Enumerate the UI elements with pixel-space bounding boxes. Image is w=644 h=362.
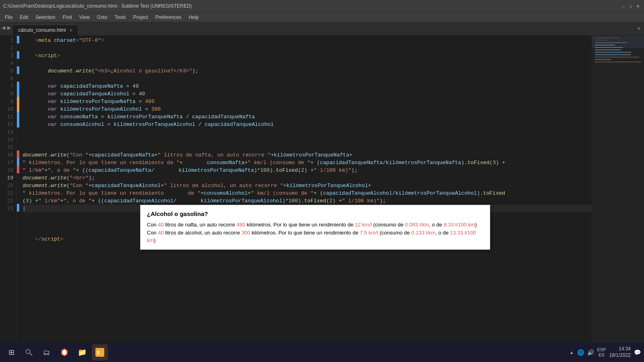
title-bar-left: C:\Users\Fran\Desktop\Lógica\cálculo_con…	[3, 3, 192, 9]
code-line-3: <script>	[23, 52, 592, 60]
line-num-16: 16	[0, 151, 13, 159]
search-icon	[25, 348, 33, 356]
line-num-8: 8	[0, 90, 13, 98]
line-num-3: 3	[0, 52, 13, 60]
taskbar-filemanager[interactable]: 📁	[74, 344, 90, 360]
tab-bar: ◀ ▶ cálculo_consumo.html ✕ +	[0, 22, 644, 36]
preview-line-2: Con 40 litros de alcohol, un auto recorr…	[147, 229, 483, 245]
code-line-9: var kilómetrosPorTanqueNafta = 480	[23, 98, 592, 105]
menu-view[interactable]: View	[76, 14, 93, 21]
code-line-4	[23, 60, 592, 67]
taskbar-start[interactable]: ⊞	[3, 344, 19, 360]
taskbar-right: ▲ 🌐 🔊 ESPES 14:34 18/1/2022 💬	[570, 346, 641, 358]
close-button[interactable]: ✕	[635, 3, 641, 9]
taskbar-lang[interactable]: ESPES	[597, 347, 606, 358]
menu-edit[interactable]: Edit	[17, 14, 31, 21]
tab-nav-left[interactable]: ◀	[2, 25, 5, 31]
minimize-button[interactable]: –	[621, 3, 626, 9]
sublime-icon: S	[95, 348, 104, 357]
line-num-10: 10	[0, 105, 13, 113]
code-line-5: document.write("<h3>¿Alcohol o gasolina?…	[23, 67, 592, 75]
line-num-6: 6	[0, 75, 13, 82]
tab-close-icon[interactable]: ✕	[69, 28, 72, 33]
svg-rect-9	[595, 57, 639, 58]
line-num-9: 9	[0, 98, 13, 105]
menu-bar: File Edit Selection Find View Goto Tools…	[0, 12, 644, 22]
minimap[interactable]	[592, 36, 644, 351]
svg-text:S: S	[97, 350, 100, 356]
taskbar-files[interactable]: 🗂	[39, 344, 55, 360]
title-bar-controls[interactable]: – □ ✕	[621, 3, 641, 9]
line-num-12: 12	[0, 121, 13, 128]
line-num-14: 14	[0, 136, 13, 144]
preview-line-1: Con 40 litros de nafta, un auto recorre …	[147, 221, 483, 229]
preview-popup: ¿Alcohol o gasolina? Con 40 litros de na…	[140, 205, 490, 250]
taskbar-search[interactable]	[21, 344, 37, 360]
svg-rect-0	[592, 36, 644, 237]
taskbar-sublime[interactable]: S	[92, 344, 108, 360]
svg-rect-10	[595, 59, 611, 60]
taskbar-time: 14:34	[609, 346, 631, 352]
menu-tools[interactable]: Tools	[111, 14, 129, 21]
svg-rect-11	[595, 62, 641, 62]
line-num-11: 11	[0, 113, 13, 121]
tab-file[interactable]: cálculo_consumo.html ✕	[12, 25, 78, 35]
code-line-16: document.write("Con " + capacidadTanqueN…	[23, 151, 506, 174]
editor-container: 1 2 3 4 5 6 7 8 9 10 11 12 13 14 15 16 1…	[0, 36, 644, 351]
code-line-12: var consumoAlcohol = kilómetrosPorTanque…	[23, 121, 592, 128]
line-num-23: 23	[0, 205, 13, 212]
line-num-2: 2	[0, 44, 13, 52]
svg-rect-6	[595, 49, 621, 50]
svg-line-14	[30, 353, 32, 356]
code-area[interactable]: <meta charset="UTF-8"> <script> document…	[19, 36, 592, 351]
menu-file[interactable]: File	[2, 14, 16, 21]
taskbar-chevron-up[interactable]: ▲	[570, 350, 574, 355]
menu-goto[interactable]: Goto	[94, 14, 111, 21]
menu-find[interactable]: Find	[59, 14, 75, 21]
line-num-19: 19	[0, 174, 13, 182]
brave-icon	[60, 348, 69, 357]
menu-preferences[interactable]: Preferences	[152, 14, 185, 21]
line-num-4: 4	[0, 60, 13, 67]
menu-help[interactable]: Help	[186, 14, 202, 21]
taskbar-network-icon: 🌐	[577, 349, 584, 356]
maximize-button[interactable]: □	[628, 3, 634, 9]
title-bar-title: C:\Users\Fran\Desktop\Lógica\cálculo_con…	[3, 3, 192, 9]
svg-rect-7	[595, 52, 631, 53]
svg-rect-12	[592, 36, 644, 48]
tab-label: cálculo_consumo.html	[18, 27, 66, 33]
code-line-7: var capacidadTanqueNafta = 40	[23, 82, 592, 90]
line-num-13: 13	[0, 128, 13, 136]
menu-project[interactable]: Project	[130, 14, 151, 21]
line-numbers: 1 2 3 4 5 6 7 8 9 10 11 12 13 14 15 16 1…	[0, 36, 17, 351]
svg-point-13	[26, 350, 30, 354]
taskbar-date: 18/1/2022	[609, 352, 631, 359]
taskbar-clock: 14:34 18/1/2022	[609, 346, 631, 358]
taskbar: ⊞ 🗂 📁 S ▲ 🌐 🔊 ESPES 14:34 18/1/2022 💬	[0, 343, 644, 362]
line-num-20: 20	[0, 182, 13, 189]
line-num-5: 5	[0, 67, 13, 75]
code-line-2	[23, 44, 592, 52]
code-line-8: var capacidadTanqueAlcohol = 40	[23, 90, 592, 98]
preview-title: ¿Alcohol o gasolina?	[147, 210, 483, 218]
minimap-visual	[592, 36, 644, 237]
code-line-1: <meta charset="UTF-8">	[23, 37, 592, 44]
taskbar-volume-icon: 🔊	[587, 349, 594, 356]
code-line-15	[23, 144, 592, 151]
taskbar-notification-icon[interactable]: 💬	[634, 349, 641, 356]
line-num-15: 15	[0, 144, 13, 151]
svg-rect-8	[595, 54, 631, 55]
taskbar-browser[interactable]	[56, 344, 72, 360]
line-num-7: 7	[0, 82, 13, 90]
line-num-17: 17	[0, 159, 13, 167]
menu-selection[interactable]: Selection	[32, 14, 58, 21]
code-line-17: document.write("<br>");	[23, 174, 592, 182]
tab-nav-right[interactable]: ▶	[7, 25, 11, 31]
line-num-18: 18	[0, 167, 13, 174]
title-bar: C:\Users\Fran\Desktop\Lógica\cálculo_con…	[0, 0, 644, 12]
code-line-6	[23, 75, 592, 82]
code-line-18: document.write("Con " + capacidadTanqueA…	[23, 182, 506, 205]
code-line-10: var kilómetrosPorTanqueAlcohol = 300	[23, 105, 592, 113]
code-line-13	[23, 128, 592, 136]
tab-add-button[interactable]: +	[637, 25, 641, 32]
